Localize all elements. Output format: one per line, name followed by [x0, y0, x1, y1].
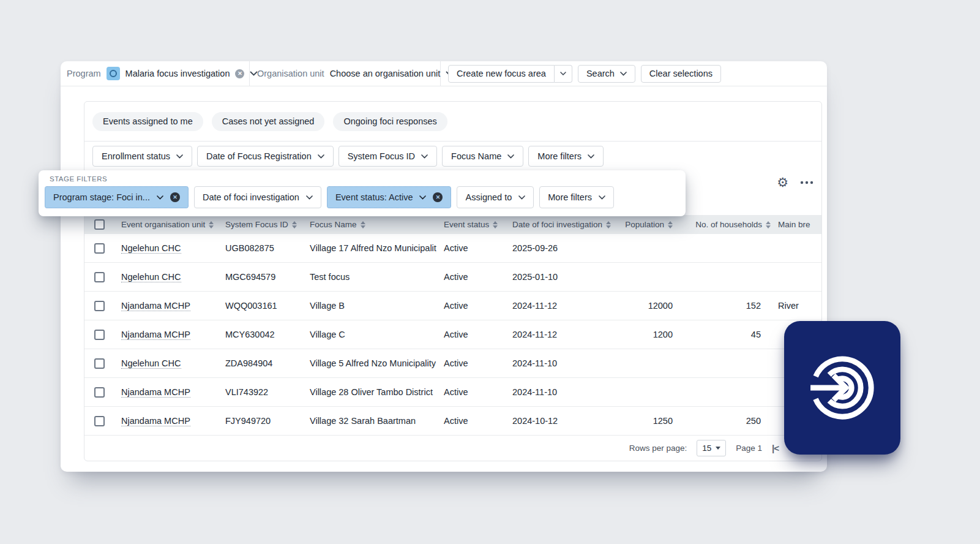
date-cell: 2025-09-26 — [505, 243, 616, 253]
sort-icon[interactable] — [292, 221, 297, 229]
column-header-households[interactable]: No. of households — [678, 220, 776, 229]
capture-app-logo — [784, 321, 900, 455]
create-focus-area-dropdown-button[interactable] — [555, 65, 572, 83]
table-row[interactable]: Ngelehun CHC ZDA984904 Village 5 Alfred … — [84, 349, 821, 378]
filter-more-filters[interactable]: More filters — [528, 146, 604, 167]
select-all-checkbox[interactable] — [94, 219, 105, 230]
stage-filter-program-stage[interactable]: Program stage: Foci in... ✕ — [45, 186, 189, 208]
pagination-bar: Rows per page: 15 Page 1 |< — [84, 436, 821, 461]
focus-name-cell: Village C — [302, 330, 436, 339]
program-value[interactable]: Malaria focus investigation — [125, 69, 230, 78]
event-status-cell: Active — [436, 301, 505, 311]
system-focus-id-cell: FJY949720 — [218, 416, 302, 426]
row-checkbox[interactable] — [94, 358, 105, 369]
stage-filter-more-filters[interactable]: More filters — [539, 186, 614, 208]
date-cell: 2024-11-10 — [505, 387, 616, 397]
chevron-down-icon — [560, 72, 566, 75]
org-unit-link[interactable]: Ngelehun CHC — [121, 272, 181, 282]
chip-ongoing-foci-responses[interactable]: Ongoing foci responses — [333, 112, 447, 131]
date-cell: 2024-11-10 — [505, 358, 616, 368]
rows-per-page-label: Rows per page: — [629, 444, 687, 453]
first-page-icon[interactable]: |< — [772, 443, 779, 453]
org-unit-link[interactable]: Ngelehun CHC — [121, 358, 181, 369]
filter-system-focus-id[interactable]: System Focus ID — [339, 146, 437, 167]
table-row[interactable]: Njandama MCHP MCY630042 Village C Active… — [84, 320, 821, 349]
clear-program-icon[interactable]: ✕ — [235, 69, 244, 78]
filter-label: Focus Name — [451, 151, 501, 161]
sort-icon[interactable] — [606, 221, 611, 229]
filter-enrollment-status[interactable]: Enrollment status — [92, 146, 192, 167]
clear-selections-button[interactable]: Clear selections — [641, 65, 721, 83]
row-checkbox[interactable] — [94, 387, 105, 398]
orgunit-label: Organisation unit — [257, 69, 324, 78]
table-row[interactable]: Ngelehun CHC UGB082875 Village 17 Alfred… — [84, 234, 821, 263]
stage-filter-chips: Program stage: Foci in... ✕ Date of foci… — [45, 186, 679, 208]
top-bar: Program Malaria focus investigation ✕ Or… — [61, 61, 827, 86]
table-row[interactable]: Njandama MCHP FJY949720 Village 32 Sarah… — [84, 407, 821, 436]
orgunit-value[interactable]: Choose an organisation unit — [330, 69, 441, 78]
households-cell: 152 — [678, 301, 776, 311]
chevron-down-icon — [507, 154, 514, 159]
stage-filter-assigned-to[interactable]: Assigned to — [457, 186, 534, 208]
program-icon-circle — [110, 70, 117, 77]
more-menu-icon[interactable] — [799, 179, 814, 186]
org-unit-link[interactable]: Ngelehun CHC — [121, 243, 181, 254]
row-checkbox[interactable] — [94, 330, 105, 340]
column-header-main-breeding[interactable]: Main bre — [776, 220, 822, 229]
column-header-system-focus-id[interactable]: System Focus ID — [218, 220, 302, 229]
sort-icon[interactable] — [766, 221, 771, 229]
row-checkbox[interactable] — [94, 243, 105, 254]
org-unit-link[interactable]: Njandama MCHP — [121, 416, 190, 426]
population-cell: 1250 — [616, 416, 678, 426]
chevron-down-icon — [588, 154, 594, 159]
filter-date-of-focus-registration[interactable]: Date of Focus Registration — [197, 146, 334, 167]
rows-per-page-value: 15 — [702, 444, 711, 453]
column-header-event-status[interactable]: Event status — [436, 220, 505, 229]
system-focus-id-cell: VLI743922 — [218, 387, 302, 397]
table-row[interactable]: Njandama MCHP VLI743922 Village 28 Olive… — [84, 378, 821, 407]
focus-name-cell: Village 17 Alfred Nzo Municipality — [302, 243, 436, 253]
working-list-panel: Events assigned to me Cases not yet assi… — [84, 101, 822, 461]
date-cell: 2024-11-12 — [505, 301, 616, 311]
table-row[interactable]: Njandama MCHP WQQ003161 Village B Active… — [84, 292, 821, 320]
column-label: Population — [625, 220, 664, 229]
stage-filter-event-status[interactable]: Event status: Active ✕ — [327, 186, 452, 208]
row-checkbox[interactable] — [94, 272, 105, 282]
target-arrow-icon — [806, 352, 878, 424]
table-row[interactable]: Ngelehun CHC MGC694579 Test focus Active… — [84, 263, 821, 292]
sort-icon[interactable] — [668, 221, 673, 229]
program-label: Program — [67, 69, 101, 78]
select-arrow-icon — [716, 447, 720, 450]
column-header-date[interactable]: Date of foci investigation — [505, 220, 616, 229]
chip-cases-not-yet-assigned[interactable]: Cases not yet assigned — [212, 112, 325, 131]
search-button[interactable]: Search — [578, 65, 635, 83]
system-focus-id-cell: ZDA984904 — [218, 358, 302, 368]
system-focus-id-cell: UGB082875 — [218, 243, 302, 253]
column-label: Event organisation unit — [121, 220, 205, 229]
sort-icon[interactable] — [361, 221, 365, 229]
org-unit-link[interactable]: Njandama MCHP — [121, 301, 190, 311]
filter-focus-name[interactable]: Focus Name — [442, 146, 523, 167]
chip-events-assigned-to-me[interactable]: Events assigned to me — [92, 112, 203, 131]
row-checkbox[interactable] — [94, 301, 105, 311]
focus-name-cell: Village 32 Sarah Baartman — [302, 416, 436, 426]
column-header-population[interactable]: Population — [616, 220, 678, 229]
rows-per-page-select[interactable]: 15 — [697, 440, 726, 456]
column-label: Date of foci investigation — [512, 220, 602, 229]
create-focus-area-button[interactable]: Create new focus area — [448, 65, 555, 83]
stage-filter-date-of-foci-investigation[interactable]: Date of foci investigation — [194, 186, 321, 208]
sort-icon[interactable] — [209, 221, 214, 229]
org-unit-link[interactable]: Njandama MCHP — [121, 387, 190, 398]
remove-filter-icon[interactable]: ✕ — [170, 192, 180, 202]
focus-name-cell: Village 5 Alfred Nzo Municipality — [302, 358, 436, 368]
row-checkbox[interactable] — [94, 416, 105, 426]
sort-icon[interactable] — [493, 221, 498, 229]
program-selector[interactable]: Program Malaria focus investigation ✕ — [61, 61, 250, 86]
column-header-org-unit[interactable]: Event organisation unit — [114, 220, 218, 229]
gear-icon[interactable]: ⚙ — [777, 176, 788, 189]
org-unit-link[interactable]: Njandama MCHP — [121, 330, 190, 340]
remove-filter-icon[interactable]: ✕ — [433, 192, 443, 202]
column-header-focus-name[interactable]: Focus Name — [302, 220, 436, 229]
main-filter-row: Enrollment status Date of Focus Registra… — [84, 142, 821, 172]
orgunit-selector[interactable]: Organisation unit Choose an organisation… — [250, 61, 441, 86]
